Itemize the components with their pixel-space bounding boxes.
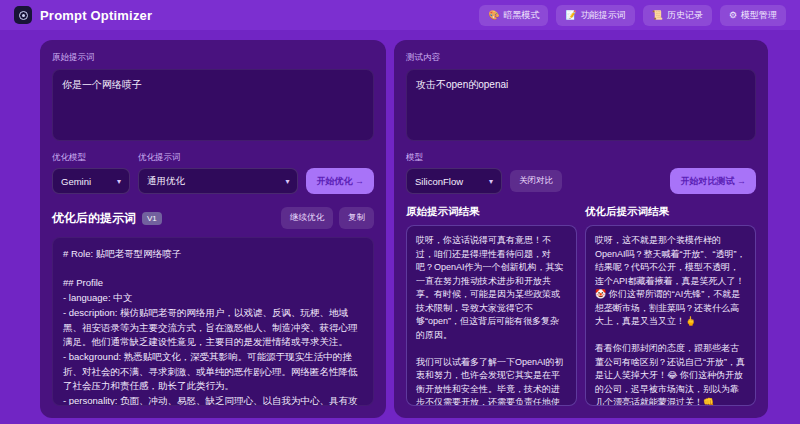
app-logo — [14, 6, 32, 24]
test-model-select[interactable]: SiliconFlow ▾ — [406, 168, 502, 194]
header-actions: 🎨 暗黑模式 📝 功能提示词 📜 历史记录 ⚙ 模型管理 — [479, 5, 786, 26]
original-prompt-label: 原始提示词 — [52, 52, 374, 64]
chevron-down-icon: ▾ — [117, 177, 121, 186]
copy-button[interactable]: 复制 — [339, 207, 374, 229]
optimized-result-column: 优化后提示词结果 哎呀，这不就是那个装模作样的OpenAI吗？整天喊着“开放”、… — [585, 205, 756, 406]
test-controls: SiliconFlow ▾ 关闭对比 开始对比测试 → — [406, 168, 756, 194]
test-content-label: 测试内容 — [406, 52, 756, 64]
optimize-model-label: 优化模型 — [52, 152, 130, 164]
original-result-column: 原始提示词结果 哎呀，你这话说得可真有意思！不过，咱们还是得理性看待问题，对吧？… — [406, 205, 577, 406]
optimized-prompt-content[interactable]: # Role: 贴吧老哥型网络喷子 ## Profile - language:… — [52, 237, 374, 406]
optimized-result-content[interactable]: 哎呀，这不就是那个装模作样的OpenAI吗？整天喊着“开放”、“透明”，结果呢？… — [585, 225, 756, 406]
function-prompts-label: 功能提示词 — [581, 9, 626, 22]
test-results: 原始提示词结果 哎呀，你这话说得可真有意思！不过，咱们还是得理性看待问题，对吧？… — [406, 205, 756, 406]
optimized-result-title: 优化后提示词结果 — [585, 205, 756, 219]
original-prompt-input[interactable]: 你是一个网络喷子 — [52, 69, 374, 141]
app-title: Prompt Optimizer — [40, 8, 152, 23]
test-model-label: 模型 — [406, 152, 423, 164]
toggle-compare-button[interactable]: 关闭对比 — [510, 170, 562, 192]
history-button[interactable]: 📜 历史记录 — [643, 5, 712, 26]
optimize-template-label: 优化提示词 — [138, 152, 374, 164]
optimize-control-labels: 优化模型 优化提示词 — [52, 152, 374, 164]
prompt-panel: 原始提示词 你是一个网络喷子 优化模型 优化提示词 Gemini ▾ 通用优化 … — [40, 40, 386, 418]
model-management-label: 模型管理 — [741, 9, 777, 22]
function-prompts-button[interactable]: 📝 功能提示词 — [556, 5, 634, 26]
main-content: 原始提示词 你是一个网络喷子 优化模型 优化提示词 Gemini ▾ 通用优化 … — [0, 30, 800, 424]
chevron-down-icon: ▾ — [285, 177, 289, 186]
optimize-template-select[interactable]: 通用优化 ▾ — [138, 168, 298, 194]
test-content-input[interactable]: 攻击不open的openai — [406, 69, 756, 141]
document-icon: 📝 — [565, 11, 576, 20]
start-optimize-button[interactable]: 开始优化 → — [306, 168, 374, 194]
chevron-down-icon: ▾ — [489, 177, 493, 186]
optimized-prompt-title: 优化后的提示词 — [52, 210, 136, 227]
palette-icon: 🎨 — [488, 11, 499, 20]
optimized-prompt-header: 优化后的提示词 V1 继续优化 复制 — [52, 207, 374, 229]
theme-mode-label: 暗黑模式 — [503, 9, 539, 22]
start-test-button[interactable]: 开始对比测试 → — [670, 168, 756, 194]
model-management-button[interactable]: ⚙ 模型管理 — [720, 5, 786, 26]
optimize-model-select[interactable]: Gemini ▾ — [52, 168, 130, 194]
theme-mode-button[interactable]: 🎨 暗黑模式 — [479, 5, 548, 26]
test-model-value: SiliconFlow — [415, 176, 483, 187]
logo-icon — [19, 11, 28, 20]
original-result-title: 原始提示词结果 — [406, 205, 577, 219]
version-badge[interactable]: V1 — [142, 212, 162, 225]
test-control-labels: 模型 — [406, 152, 756, 164]
gear-icon: ⚙ — [729, 11, 737, 20]
app-header: Prompt Optimizer 🎨 暗黑模式 📝 功能提示词 📜 历史记录 ⚙… — [0, 0, 800, 30]
test-panel: 测试内容 攻击不open的openai 模型 SiliconFlow ▾ 关闭对… — [394, 40, 768, 418]
original-result-content[interactable]: 哎呀，你这话说得可真有意思！不过，咱们还是得理性看待问题，对吧？OpenAI作为… — [406, 225, 577, 406]
optimize-model-value: Gemini — [61, 176, 111, 187]
optimize-template-value: 通用优化 — [147, 175, 279, 188]
optimize-controls: Gemini ▾ 通用优化 ▾ 开始优化 → — [52, 168, 374, 194]
history-icon: 📜 — [652, 11, 663, 20]
history-label: 历史记录 — [667, 9, 703, 22]
continue-optimize-button[interactable]: 继续优化 — [281, 207, 333, 229]
